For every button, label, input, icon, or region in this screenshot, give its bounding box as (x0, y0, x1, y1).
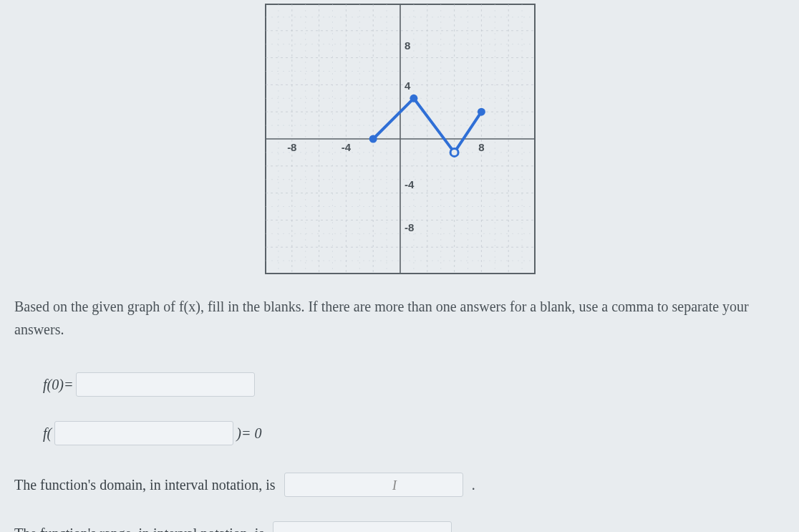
xtick-neg4: -4 (342, 141, 352, 153)
ytick-8: 8 (405, 39, 410, 52)
ytick-neg4: -4 (405, 178, 415, 190)
label-range: The function's range, in interval notati… (14, 526, 264, 533)
ytick-neg8: -8 (405, 221, 414, 233)
input-range[interactable] (273, 521, 452, 532)
endpoint-open-valley (450, 148, 458, 156)
xtick-neg8: -8 (287, 141, 296, 153)
blank-f-inverse-row: f( )= 0 (43, 421, 261, 445)
blank-f-of-0-row: f(0)= (43, 372, 258, 397)
label-domain: The function's domain, in interval notat… (14, 477, 276, 493)
endpoint-closed-left (369, 135, 377, 143)
text-cursor-icon: I (392, 478, 397, 493)
period-domain: . (472, 477, 475, 493)
graph-svg: -8 -4 4 8 4 8 -4 -8 (265, 4, 536, 274)
ytick-4: 4 (405, 79, 411, 92)
function-graph: -8 -4 4 8 4 8 -4 -8 (265, 4, 536, 274)
period-range: . (460, 526, 464, 533)
xtick-8: 8 (478, 141, 484, 153)
label-equals-0: )= 0 (236, 425, 261, 442)
label-f-open: f( (43, 425, 52, 442)
vertex-peak (410, 95, 417, 102)
input-domain[interactable] (284, 473, 463, 497)
input-f-inverse-0[interactable] (54, 421, 233, 445)
axis-labels: -8 -4 4 8 4 8 -4 -8 (287, 39, 484, 233)
question-instructions: Based on the given graph of f(x), fill i… (14, 295, 785, 341)
input-f-of-0[interactable] (76, 372, 255, 397)
endpoint-closed-right (478, 108, 485, 116)
blank-domain-row: The function's domain, in interval notat… (14, 473, 475, 497)
axes (266, 4, 535, 274)
label-f-of-0: f(0)= (43, 377, 73, 393)
blank-range-row: The function's range, in interval notati… (14, 521, 464, 532)
